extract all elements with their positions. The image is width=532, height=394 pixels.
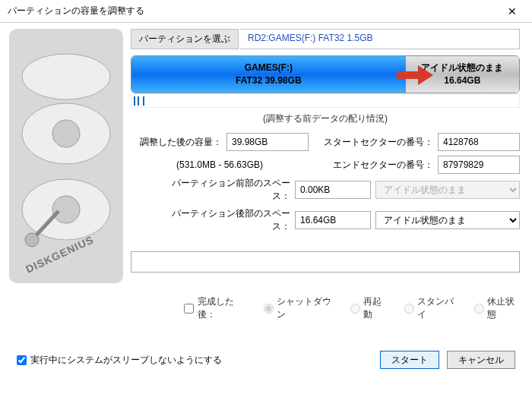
- partition-fs: FAT32 39.98GB: [131, 74, 406, 87]
- front-space-input[interactable]: [295, 181, 371, 199]
- adjusted-label: 調整した後の容量：: [140, 136, 222, 149]
- back-space-label: パーティション後部のスペース：: [161, 207, 290, 233]
- svg-point-5: [25, 233, 39, 247]
- partition-bar[interactable]: GAMES(F:) FAT32 39.98GB アイドル状態のまま 16.64G…: [131, 55, 520, 93]
- ticks-bar: [131, 94, 520, 108]
- partition-info: RD2:GAMES(F:) FAT32 1.5GB: [240, 29, 520, 49]
- radio-standby: [404, 304, 414, 314]
- prevent-sleep-checkbox[interactable]: [17, 355, 27, 365]
- command-input[interactable]: [131, 251, 520, 273]
- cancel-button[interactable]: キャンセル: [447, 351, 515, 369]
- svg-point-0: [22, 54, 110, 99]
- partition-name: GAMES(F:): [131, 61, 406, 74]
- partition-main[interactable]: GAMES(F:) FAT32 39.98GB: [131, 56, 406, 93]
- range-label: (531.0MB - 56.63GB): [176, 159, 263, 170]
- end-sector-input[interactable]: [438, 156, 520, 174]
- close-button[interactable]: ✕: [497, 1, 527, 22]
- start-sector-input[interactable]: [438, 133, 520, 151]
- after-checkbox[interactable]: [184, 304, 194, 314]
- partition-idle[interactable]: アイドル状態のまま 16.64GB: [406, 56, 519, 93]
- svg-point-2: [52, 120, 80, 147]
- end-sector-label: エンドセクターの番号：: [333, 159, 433, 172]
- radio-hibernate: [474, 304, 484, 314]
- front-space-select: アイドル状態のまま: [375, 181, 520, 199]
- start-sector-label: スタートセクターの番号：: [324, 136, 433, 149]
- window-title: パーティションの容量を調整する: [8, 5, 497, 17]
- radio-reboot: [350, 304, 360, 314]
- start-button[interactable]: スタート: [380, 351, 439, 369]
- adjusted-input[interactable]: [226, 133, 309, 151]
- after-label: 完成した後：: [198, 295, 247, 321]
- select-partition-button[interactable]: パーティションを選ぶ: [131, 29, 239, 49]
- back-space-select[interactable]: アイドル状態のまま: [375, 211, 520, 229]
- back-space-input[interactable]: [295, 211, 371, 229]
- front-space-label: パーティション前部のスペース：: [161, 177, 290, 203]
- section-title: (調整する前データの配り情況): [131, 112, 520, 125]
- radio-shutdown: [264, 304, 274, 314]
- svg-point-4: [52, 196, 80, 223]
- prevent-sleep-label: 実行中にシステムがスリープしないようにする: [30, 354, 222, 367]
- disk-illustration: DISKGENIUS: [9, 29, 123, 283]
- arrow-icon: [397, 62, 435, 88]
